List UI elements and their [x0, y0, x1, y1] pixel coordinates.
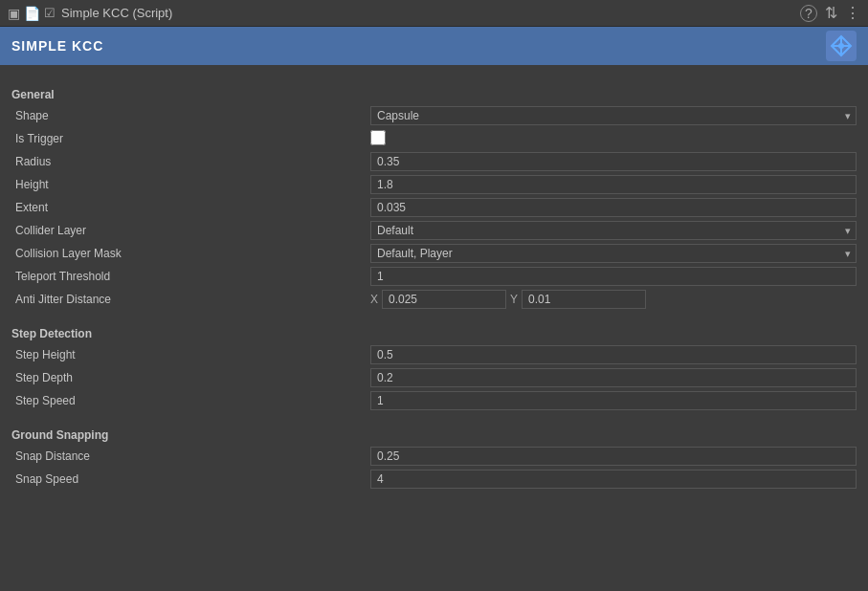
- anti-jitter-y-input[interactable]: [522, 290, 646, 309]
- shape-label: Shape: [11, 109, 370, 122]
- component-header-title: SIMPLE KCC: [11, 38, 826, 54]
- content: General Shape Capsule Sphere Box Is Trig…: [0, 65, 868, 591]
- teleport-threshold-row: Teleport Threshold: [11, 266, 857, 287]
- anti-jitter-x-label: X: [370, 293, 378, 306]
- snap-distance-label: Snap Distance: [11, 449, 370, 463]
- is-trigger-row: Is Trigger: [11, 128, 857, 149]
- anti-jitter-y-label: Y: [510, 293, 518, 306]
- section-ground-snapping-label: Ground Snapping: [11, 428, 857, 442]
- extent-input[interactable]: [370, 198, 857, 217]
- shape-select-wrapper: Capsule Sphere Box: [370, 106, 857, 125]
- step-height-value: [370, 345, 857, 364]
- collider-layer-select-wrapper: Default Player Enemy: [370, 221, 857, 240]
- shape-value: Capsule Sphere Box: [370, 106, 857, 125]
- collider-layer-label: Collider Layer: [11, 224, 370, 237]
- shape-select[interactable]: Capsule Sphere Box: [370, 106, 857, 125]
- height-label: Height: [11, 178, 370, 191]
- extent-row: Extent: [11, 197, 857, 218]
- teleport-threshold-input[interactable]: [370, 267, 857, 286]
- step-depth-value: [370, 368, 857, 387]
- step-height-row: Step Height: [11, 344, 857, 365]
- is-trigger-checkbox[interactable]: [370, 130, 386, 145]
- teleport-threshold-label: Teleport Threshold: [11, 270, 370, 283]
- section-step-detection-label: Step Detection: [11, 327, 857, 340]
- title-bar-actions: ? ⇅ ⋮: [800, 4, 860, 22]
- script-icon: 📄: [24, 6, 40, 21]
- collision-layer-mask-label: Collision Layer Mask: [11, 247, 370, 260]
- help-icon[interactable]: ?: [800, 5, 817, 22]
- step-speed-label: Step Speed: [11, 394, 370, 407]
- section-general-label: General: [11, 88, 857, 101]
- snap-speed-label: Snap Speed: [11, 472, 370, 486]
- radius-label: Radius: [11, 155, 370, 168]
- anti-jitter-label: Anti Jitter Distance: [11, 293, 370, 306]
- collider-layer-value: Default Player Enemy: [370, 221, 857, 240]
- height-input[interactable]: [370, 175, 857, 194]
- collision-layer-mask-value: Default, Player Default Player: [370, 244, 857, 263]
- collider-layer-row: Collider Layer Default Player Enemy: [11, 220, 857, 241]
- settings-icon[interactable]: ⇅: [825, 4, 837, 22]
- is-trigger-value: [370, 130, 857, 148]
- snap-speed-value: [370, 470, 857, 489]
- step-speed-row: Step Speed: [11, 390, 857, 411]
- title-bar-title: Simple KCC (Script): [61, 6, 800, 20]
- shape-row: Shape Capsule Sphere Box: [11, 105, 857, 126]
- snap-distance-input[interactable]: [370, 447, 857, 466]
- anti-jitter-x-input[interactable]: [382, 290, 506, 309]
- collision-layer-mask-select-wrapper: Default, Player Default Player: [370, 244, 857, 263]
- title-bar: ▣ 📄 ☑ Simple KCC (Script) ? ⇅ ⋮: [0, 0, 868, 27]
- step-speed-input[interactable]: [370, 391, 857, 410]
- component-header: SIMPLE KCC: [0, 27, 868, 65]
- anti-jitter-row: Anti Jitter Distance X Y: [11, 289, 857, 310]
- component-header-icon: [826, 31, 857, 61]
- step-depth-input[interactable]: [370, 368, 857, 387]
- checkbox-icon[interactable]: ☑: [44, 6, 56, 20]
- extent-value: [370, 198, 857, 217]
- svg-point-3: [838, 43, 844, 49]
- window-icon: ▣: [8, 6, 20, 21]
- step-height-input[interactable]: [370, 345, 857, 364]
- snap-speed-row: Snap Speed: [11, 469, 857, 490]
- more-icon[interactable]: ⋮: [845, 4, 860, 22]
- extent-label: Extent: [11, 201, 370, 214]
- radius-row: Radius: [11, 151, 857, 172]
- teleport-threshold-value: [370, 267, 857, 286]
- collision-layer-mask-select[interactable]: Default, Player Default Player: [370, 244, 857, 263]
- title-bar-icons: ▣ 📄 ☑: [8, 6, 56, 21]
- step-height-label: Step Height: [11, 348, 370, 361]
- radius-value: [370, 152, 857, 171]
- is-trigger-label: Is Trigger: [11, 132, 370, 145]
- snap-distance-row: Snap Distance: [11, 446, 857, 467]
- collision-layer-mask-row: Collision Layer Mask Default, Player Def…: [11, 243, 857, 264]
- collider-layer-select[interactable]: Default Player Enemy: [370, 221, 857, 240]
- step-speed-value: [370, 391, 857, 410]
- height-row: Height: [11, 174, 857, 195]
- anti-jitter-xy-fields: X Y: [370, 290, 857, 309]
- step-depth-row: Step Depth: [11, 367, 857, 388]
- anti-jitter-value: X Y: [370, 290, 857, 309]
- radius-input[interactable]: [370, 152, 857, 171]
- snap-speed-input[interactable]: [370, 470, 857, 489]
- step-depth-label: Step Depth: [11, 371, 370, 384]
- height-value: [370, 175, 857, 194]
- snap-distance-value: [370, 447, 857, 466]
